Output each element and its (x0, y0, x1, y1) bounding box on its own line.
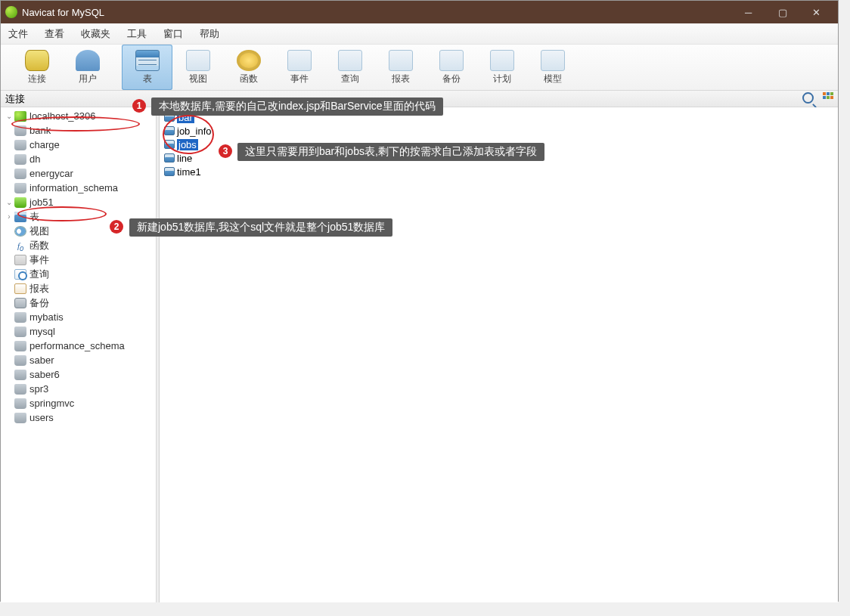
table-row-icon (164, 153, 175, 163)
toolbar-event-label: 事件 (290, 73, 309, 85)
toolbar-table[interactable]: 表 (122, 45, 172, 90)
model-icon (541, 50, 565, 71)
toolbar-connect[interactable]: 连接 (11, 45, 62, 90)
app-title: Navicat for MySQL (22, 7, 104, 18)
tree-item[interactable]: 事件 (1, 252, 156, 267)
toolbar-event[interactable]: 事件 (274, 45, 324, 90)
database-icon (14, 125, 26, 136)
toolbar-model-label: 模型 (544, 73, 562, 85)
tree-item[interactable]: mysql (1, 324, 156, 339)
toolbar: 连接 用户 表 视图 函数 事件 查询 报表 备份 计划 (1, 45, 838, 91)
schedule-icon (490, 50, 514, 71)
tree-item[interactable]: bank (1, 123, 156, 138)
database-icon (14, 197, 26, 208)
toolbar-report-label: 报表 (392, 73, 410, 85)
tree-item[interactable]: 备份 (1, 296, 156, 310)
app-logo-icon (5, 6, 17, 18)
toolbar-view-label: 视图 (189, 73, 207, 85)
database-icon (14, 341, 26, 351)
database-icon (14, 312, 26, 323)
menu-file[interactable]: 文件 (8, 27, 28, 41)
subheader-label: 连接 (5, 92, 25, 106)
table-item[interactable]: time1 (164, 165, 833, 178)
maximize-button[interactable]: ▢ (765, 1, 799, 23)
close-button[interactable]: ✕ (799, 1, 833, 23)
database-icon (14, 183, 26, 193)
tree-item[interactable]: performance_schema (1, 339, 156, 353)
table-row-icon (164, 140, 175, 149)
view-icon (186, 50, 210, 71)
connect-icon (25, 50, 49, 71)
database-icon (14, 370, 26, 380)
database-icon (14, 384, 26, 395)
tree-item[interactable]: f0函数 (1, 238, 156, 252)
grid-view-icon[interactable] (823, 92, 833, 101)
table-list[interactable]: barjob_infojobslinetime1 (160, 107, 838, 181)
toolbar-function[interactable]: 函数 (223, 45, 274, 90)
database-icon (14, 169, 26, 179)
tree-item[interactable]: ›表 (1, 209, 156, 224)
toolbar-schedule[interactable]: 计划 (476, 45, 527, 90)
tree-item[interactable]: springmvc (1, 396, 156, 410)
toolbar-report[interactable]: 报表 (375, 45, 426, 90)
menu-fav[interactable]: 收藏夹 (81, 27, 110, 41)
database-icon (14, 140, 26, 150)
tree-item[interactable]: 报表 (1, 281, 156, 296)
menu-tool[interactable]: 工具 (127, 27, 147, 41)
report-group-icon (14, 283, 26, 294)
database-icon (14, 413, 26, 423)
backup-group-icon (14, 298, 26, 308)
table-item[interactable]: line (164, 151, 833, 165)
toolbar-connect-label: 连接 (28, 73, 46, 85)
toolbar-function-label: 函数 (240, 73, 258, 85)
toolbar-query-label: 查询 (341, 73, 359, 85)
tree-item[interactable]: ⌄localhost_3306 (1, 109, 156, 123)
database-icon (14, 327, 26, 337)
toolbar-user[interactable]: 用户 (62, 45, 113, 90)
menu-help[interactable]: 帮助 (200, 27, 219, 41)
toolbar-view[interactable]: 视图 (172, 45, 223, 90)
tree-item[interactable]: spr3 (1, 382, 156, 396)
table-row-icon (164, 126, 175, 135)
query-group-icon (14, 269, 26, 280)
table-item[interactable]: job_info (164, 124, 833, 138)
table-item[interactable]: bar (164, 110, 833, 124)
tree-item[interactable]: information_schema (1, 181, 156, 195)
toolbar-model[interactable]: 模型 (527, 45, 578, 90)
toolbar-backup-label: 备份 (442, 73, 461, 85)
menu-window[interactable]: 窗口 (163, 27, 183, 41)
menu-view[interactable]: 查看 (45, 27, 64, 41)
function-icon (237, 50, 261, 71)
sub-header: 连接 (1, 91, 838, 107)
toolbar-table-label: 表 (143, 73, 152, 85)
toolbar-schedule-label: 计划 (493, 73, 511, 85)
table-item[interactable]: jobs (164, 138, 833, 151)
tree-item[interactable]: mybatis (1, 310, 156, 324)
connection-tree[interactable]: ⌄localhost_3306bankchargedhenergycarinfo… (1, 107, 157, 602)
event-icon (287, 50, 312, 71)
table-group-icon (14, 212, 26, 222)
toolbar-backup[interactable]: 备份 (426, 45, 476, 90)
tree-item[interactable]: users (1, 410, 156, 425)
toolbar-user-label: 用户 (79, 73, 97, 85)
tree-item[interactable]: charge (1, 138, 156, 152)
search-icon[interactable] (802, 92, 817, 106)
tree-item[interactable]: saber6 (1, 367, 156, 382)
main-panel: barjob_infojobslinetime1 (160, 107, 838, 602)
tree-item[interactable]: ⌄job51 (1, 195, 156, 209)
tree-item[interactable]: saber (1, 353, 156, 367)
query-icon (338, 50, 362, 71)
toolbar-query[interactable]: 查询 (324, 45, 375, 90)
report-icon (389, 50, 413, 71)
tree-item[interactable]: energycar (1, 166, 156, 181)
title-bar: Navicat for MySQL ─ ▢ ✕ (1, 1, 838, 23)
user-icon (76, 50, 100, 71)
backup-icon (439, 50, 464, 71)
tree-item[interactable]: 查询 (1, 267, 156, 281)
connection-icon (14, 111, 26, 122)
tree-item[interactable]: 视图 (1, 224, 156, 238)
tree-item[interactable]: dh (1, 152, 156, 166)
table-row-icon (164, 167, 175, 176)
table-row-icon (164, 113, 175, 122)
minimize-button[interactable]: ─ (731, 1, 765, 23)
